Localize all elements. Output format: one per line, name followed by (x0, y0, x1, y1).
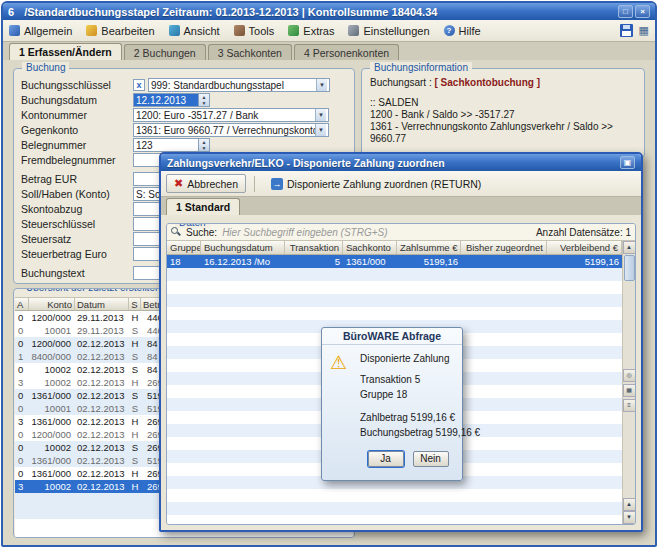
column-header-datum[interactable]: Datum (75, 298, 129, 310)
abbrechen-button[interactable]: ✖ Abbrechen (166, 174, 246, 193)
date-spinner[interactable]: ▲▼ (199, 93, 210, 107)
page-up-icon[interactable]: ▲ (623, 498, 636, 511)
buchungsschluessel-field[interactable]: 999: Standardbuchungsstapel ▼ (148, 78, 330, 92)
cell-a: 1 (15, 350, 29, 363)
column-header-transaktion[interactable]: Transaktion (285, 241, 343, 254)
window-id: 6 (8, 6, 14, 18)
payment-row[interactable]: 18 16.12.2013 /Mo 5 1361/000 5199,16 519… (167, 255, 622, 268)
cell-s: S (129, 402, 141, 415)
tab-erfassen-aendern[interactable]: 1 Erfassen/Ändern (9, 43, 122, 60)
buchungsschluessel-checkbox[interactable]: x (133, 79, 145, 91)
column-header-zahlsumme[interactable]: Zahlsumme € (397, 241, 461, 254)
cell-a: 3 (15, 480, 29, 493)
bueroware-abfrage-dialog: BüroWARE Abfrage ⚠ Disponierte Zahlung T… (321, 327, 463, 481)
menu-bearbeiten[interactable]: Bearbeiten (86, 25, 154, 37)
scroll-down-icon[interactable]: ▼ (623, 511, 636, 524)
cell-konto: 10002 (29, 376, 75, 389)
close-icon[interactable]: × (635, 5, 650, 18)
kontonummer-field[interactable]: 1200: Euro -3517.27 / Bank ▼ (133, 108, 329, 122)
cell-s: H (129, 311, 141, 324)
buchungsdatum-label: Buchungsdatum (21, 94, 133, 106)
titlebar: 6 /Standardbuchungsstapel Zeitraum: 01.2… (3, 3, 655, 20)
ja-button[interactable]: Ja (368, 451, 404, 467)
chevron-down-icon[interactable]: ▼ (316, 79, 327, 91)
vertical-scrollbar[interactable]: ▲ ◎ ▦ ≡ ▲ ▼ (622, 241, 635, 524)
save-icon[interactable] (620, 24, 633, 37)
column-header-sachkonto[interactable]: Sachkonto (343, 241, 397, 254)
lookup-icon[interactable]: ◎ (623, 369, 636, 382)
record-count: Anzahl Datensätze: 1 (536, 227, 631, 238)
skontoabzug-label: Skontoabzug (21, 203, 133, 215)
tab-standard[interactable]: 1 Standard (166, 198, 240, 215)
scroll-up-icon[interactable]: ▲ (623, 241, 636, 254)
search-input[interactable]: Hier Suchbegriff eingeben (STRG+S) (222, 227, 531, 238)
msgbox-line: Gruppe 18 (360, 389, 456, 401)
cell-datum: 29.11.2013 (75, 311, 129, 324)
cell-konto: 10002 (29, 480, 75, 493)
tools-icon (234, 25, 245, 36)
menu-tools[interactable]: Tools (234, 25, 275, 37)
cell-s: H (129, 480, 141, 493)
salden-header: :: SALDEN (370, 97, 638, 109)
search-icon (171, 227, 181, 237)
dialog-window-icon[interactable]: ▣ (620, 156, 635, 169)
nein-button[interactable]: Nein (413, 451, 449, 467)
msgbox-line: Disponierte Zahlung (360, 353, 456, 365)
zahlung-zuordnen-label: Disponierte Zahlung zuordnen (RETURN) (287, 178, 481, 190)
menu-hilfe[interactable]: ?Hilfe (444, 25, 481, 37)
buchungsinformation-group-title: Buchungsinformation (370, 62, 472, 73)
column-header-s[interactable]: S (129, 298, 141, 310)
menu-label: Ansicht (184, 25, 220, 37)
column-header-gruppe[interactable]: Gruppe (167, 241, 201, 254)
beleg-spinner[interactable]: ▲▼ (199, 138, 210, 152)
search-row: Suche: Hier Suchbegriff eingeben (STRG+S… (167, 224, 635, 241)
restore-icon[interactable]: □ (618, 5, 633, 18)
menu-allgemein[interactable]: Allgemein (9, 25, 72, 37)
column-header-verbleibend[interactable]: Verbleibend € (547, 241, 622, 254)
list-view-icon[interactable]: ≡ (623, 399, 636, 412)
tab-buchungen[interactable]: 2 Buchungen (124, 44, 206, 60)
column-header-buchungsdatum[interactable]: Buchungsdatum (201, 241, 285, 254)
menu-extras[interactable]: Extras (288, 25, 334, 37)
buchungsschluessel-value: 999: Standardbuchungsstapel (151, 80, 316, 91)
column-header-a[interactable]: A (15, 298, 29, 310)
menu-label: Extras (303, 25, 334, 37)
belegnummer-field[interactable]: 123 (133, 138, 199, 152)
menu-einstellungen[interactable]: Einstellungen (348, 25, 429, 37)
gegenkonto-field[interactable]: 1361: Euro 9660.77 / Verrechnungskonto Z… (133, 123, 329, 137)
menu-ansicht[interactable]: Ansicht (169, 25, 220, 37)
chevron-down-icon[interactable]: ▼ (315, 109, 326, 121)
main-window: 6 /Standardbuchungsstapel Zeitraum: 01.2… (1, 1, 657, 547)
dialog-tabstrip: 1 Standard (161, 197, 641, 215)
form-row: Buchungsschlüssel x 999: Standardbuchung… (21, 78, 348, 92)
grid-view-icon[interactable]: ▦ (623, 384, 636, 397)
belegnummer-label: Belegnummer (21, 139, 133, 151)
window-title: /Standardbuchungsstapel Zeitraum: 01.201… (24, 6, 618, 18)
scrollbar-thumb[interactable] (624, 255, 635, 281)
cell-konto: 1200/000 (29, 428, 75, 441)
tab-sachkonten[interactable]: 3 Sachkonten (208, 44, 292, 60)
kontonummer-label: Kontonummer (21, 109, 133, 121)
record-count-label: Anzahl Datensätze: (536, 227, 623, 238)
cell-s: S (129, 350, 141, 363)
cell-konto: 1200/000 (29, 311, 75, 324)
dialog-titlebar: Zahlungsverkehr/ELKO - Disponierte Zahlu… (161, 154, 641, 171)
cell-datum: 02.12.2013 (75, 389, 129, 402)
cell-s: H (129, 337, 141, 350)
cell-konto: 10001 (29, 402, 75, 415)
zahlung-zuordnen-button[interactable]: → Disponierte Zahlung zuordnen (RETURN) (263, 174, 489, 193)
tab-personenkonten[interactable]: 4 Personenkonten (294, 44, 399, 60)
buchungsdatum-field[interactable]: 12.12.2013 (133, 93, 199, 107)
column-header-bisher-zugeordnet[interactable]: Bisher zugeordnet (461, 241, 547, 254)
menu-label: Bearbeiten (101, 25, 154, 37)
cell-a: 0 (15, 454, 29, 467)
grid-icon[interactable]: ▦ (639, 24, 649, 37)
saldo-line: 1361 - Verrechnungskonto Zahlungsverkehr… (370, 121, 638, 145)
column-header-konto[interactable]: Konto (29, 298, 75, 310)
steuerbetrag-label: Steuerbetrag Euro (21, 248, 133, 260)
msgbox-line: Buchungsbetrag 5199,16 € (360, 427, 456, 439)
cell-a: 0 (15, 337, 29, 350)
cell-konto: 1361/000 (29, 389, 75, 402)
cell-datum: 02.12.2013 (75, 467, 129, 480)
chevron-down-icon[interactable]: ▼ (315, 124, 326, 136)
